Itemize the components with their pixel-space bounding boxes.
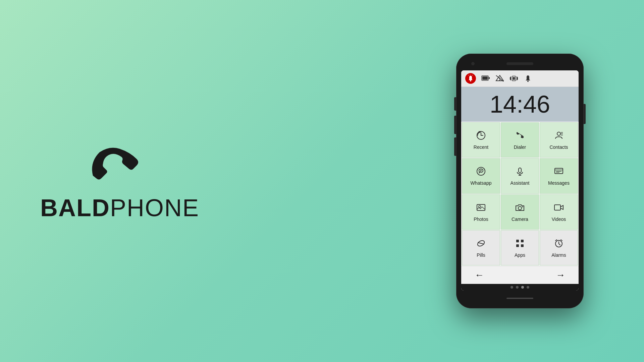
svg-rect-42 <box>521 240 524 242</box>
messages-button[interactable]: Messages <box>540 158 578 193</box>
phone-body: 14:46 Recent <box>456 54 584 308</box>
page-dot-1 <box>511 286 513 289</box>
videos-icon <box>553 202 564 215</box>
app-grid: Recent Dialer <box>461 122 579 266</box>
pills-label: Pills <box>477 252 485 258</box>
back-arrow[interactable]: ← <box>475 270 484 281</box>
svg-point-9 <box>499 80 500 81</box>
svg-rect-37 <box>554 205 560 210</box>
svg-point-36 <box>522 206 523 207</box>
page-dot-2 <box>516 286 519 289</box>
alarms-label: Alarms <box>551 252 566 258</box>
photos-button[interactable]: Photos <box>462 194 500 230</box>
svg-rect-12 <box>513 77 515 80</box>
whatsapp-icon <box>476 166 486 178</box>
status-bar <box>461 70 579 87</box>
svg-rect-33 <box>477 204 485 210</box>
videos-label: Videos <box>552 217 566 222</box>
assistant-button[interactable]: Assistant <box>501 158 539 193</box>
earpiece-speaker <box>506 62 533 65</box>
svg-line-2 <box>469 75 469 75</box>
messages-label: Messages <box>548 180 570 186</box>
photos-label: Photos <box>474 217 488 222</box>
svg-point-0 <box>470 80 471 81</box>
clock-display: 14:46 <box>461 87 579 122</box>
pills-icon <box>476 238 486 250</box>
camera-label: Camera <box>512 217 528 222</box>
photos-icon <box>476 202 486 215</box>
dialer-icon <box>515 130 525 142</box>
whatsapp-label: Whatsapp <box>470 180 491 186</box>
videos-button[interactable]: Videos <box>540 194 578 230</box>
recent-icon <box>476 130 486 142</box>
home-indicator <box>506 298 533 299</box>
messages-icon <box>553 166 564 178</box>
svg-point-17 <box>527 81 529 82</box>
pills-button[interactable]: Pills <box>462 230 500 265</box>
whatsapp-button[interactable]: Whatsapp <box>462 158 500 193</box>
camera-icon <box>515 202 525 215</box>
front-camera <box>471 62 475 65</box>
assistant-label: Assistant <box>511 180 530 186</box>
svg-line-3 <box>472 75 473 75</box>
logo-section: BALDPHONE <box>40 140 199 222</box>
svg-rect-5 <box>482 76 488 80</box>
page-indicator <box>461 284 579 291</box>
contacts-label: Contacts <box>549 144 568 150</box>
phone-bottom-bar <box>461 293 579 303</box>
battery-icon <box>481 75 490 82</box>
svg-rect-44 <box>521 244 524 247</box>
svg-line-48 <box>555 240 557 241</box>
app-logo-text: BALDPHONE <box>40 194 199 222</box>
apps-label: Apps <box>515 252 525 258</box>
contacts-icon <box>553 130 564 142</box>
alarms-button[interactable]: Alarms <box>540 230 578 265</box>
page-dot-4 <box>527 286 529 289</box>
svg-rect-26 <box>519 168 521 173</box>
recent-label: Recent <box>474 144 488 150</box>
svg-line-49 <box>561 240 562 241</box>
svg-point-35 <box>518 206 522 210</box>
alarms-icon <box>553 238 564 250</box>
phone-logo-icon <box>83 140 157 187</box>
dialer-button[interactable]: Dialer <box>501 122 539 158</box>
navigation-bar: ← → <box>461 266 579 284</box>
apps-grid-icon <box>515 238 525 250</box>
phone-mockup: 14:46 Recent <box>456 54 584 308</box>
camera-button[interactable]: Camera <box>501 194 539 230</box>
svg-line-47 <box>559 244 560 245</box>
notification-bell-icon <box>524 75 532 82</box>
dialer-label: Dialer <box>514 144 526 150</box>
vibrate-icon <box>509 75 518 82</box>
svg-rect-6 <box>489 77 490 79</box>
svg-rect-29 <box>555 168 563 174</box>
forward-arrow[interactable]: → <box>556 270 565 281</box>
contacts-button[interactable]: Contacts <box>540 122 578 158</box>
svg-marker-38 <box>560 205 563 209</box>
svg-rect-43 <box>516 244 519 247</box>
phone-screen: 14:46 Recent <box>461 70 579 291</box>
assistant-icon <box>515 166 525 178</box>
recent-button[interactable]: Recent <box>462 122 500 158</box>
power-button <box>584 104 586 124</box>
no-signal-icon <box>495 75 504 82</box>
phone-top-bar <box>461 59 579 69</box>
svg-point-19 <box>557 132 560 135</box>
apps-button[interactable]: Apps <box>501 230 539 265</box>
sos-alert-icon <box>465 73 476 84</box>
clock-time: 14:46 <box>467 92 573 116</box>
page-dot-3 <box>521 286 524 289</box>
svg-rect-41 <box>516 240 519 242</box>
